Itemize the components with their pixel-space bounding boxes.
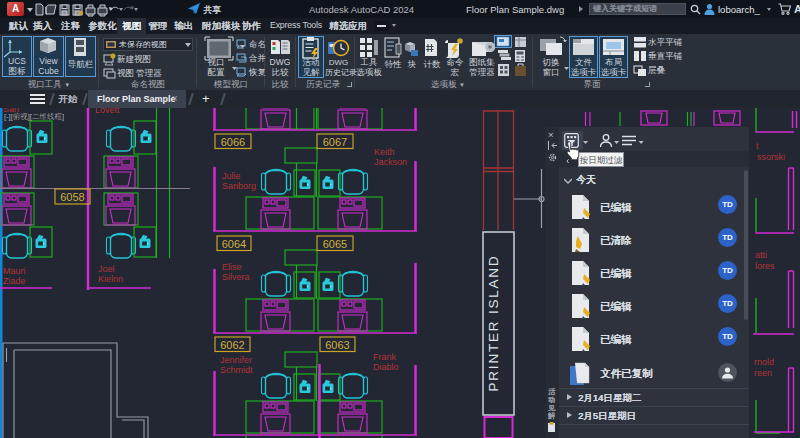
svg-text:Jackson: Jackson bbox=[374, 157, 407, 167]
svg-text:6066: 6066 bbox=[221, 136, 245, 148]
svg-text:Ziade: Ziade bbox=[3, 276, 26, 286]
svg-text:Silvera: Silvera bbox=[222, 272, 250, 282]
svg-text:Mauri: Mauri bbox=[3, 266, 26, 276]
svg-text:reen: reen bbox=[754, 368, 772, 378]
svg-text:Frank: Frank bbox=[373, 352, 397, 362]
svg-text:Keith: Keith bbox=[374, 147, 395, 157]
svg-text:[-][俯视][二维线框]: [-][俯视][二维线框] bbox=[4, 112, 64, 121]
svg-text:Schmidt: Schmidt bbox=[220, 365, 253, 375]
svg-text:6062: 6062 bbox=[220, 339, 244, 351]
svg-text:Kielnn: Kielnn bbox=[98, 274, 123, 284]
svg-text:Diablo: Diablo bbox=[373, 362, 399, 372]
svg-text:6064: 6064 bbox=[222, 238, 246, 250]
svg-text:ssorski: ssorski bbox=[757, 152, 785, 162]
svg-text:6065: 6065 bbox=[323, 238, 347, 250]
svg-text:Elise: Elise bbox=[222, 262, 242, 272]
svg-text:6063: 6063 bbox=[325, 339, 349, 351]
svg-text:6067: 6067 bbox=[323, 136, 347, 148]
svg-text:Joel: Joel bbox=[98, 264, 115, 274]
svg-text:PRINTER ISLAND: PRINTER ISLAND bbox=[486, 255, 501, 392]
svg-text:Julie: Julie bbox=[222, 171, 241, 181]
svg-text:rnold: rnold bbox=[754, 357, 774, 367]
svg-text:Sanborg: Sanborg bbox=[222, 181, 256, 191]
svg-text:Jennifer: Jennifer bbox=[220, 355, 252, 365]
svg-text:Lovett: Lovett bbox=[95, 108, 120, 115]
svg-text:6058: 6058 bbox=[60, 191, 84, 203]
svg-text:t: t bbox=[756, 141, 759, 151]
